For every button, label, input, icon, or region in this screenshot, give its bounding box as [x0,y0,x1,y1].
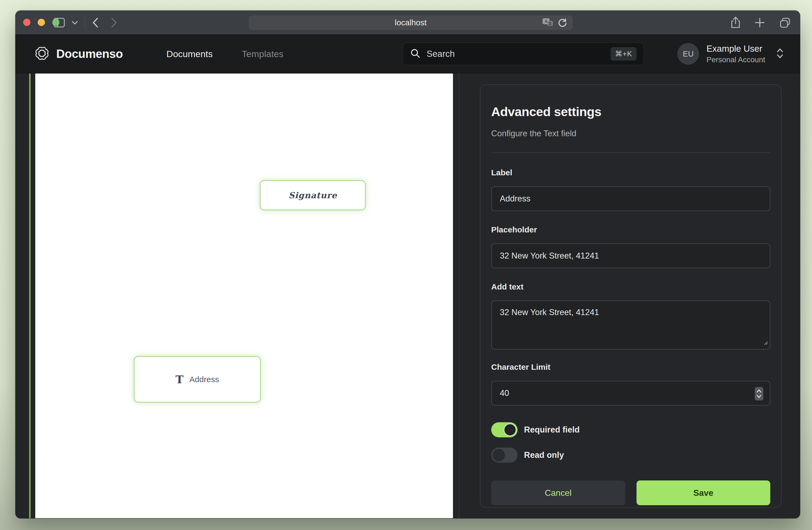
minimize-window-button[interactable] [38,19,45,26]
toggle-knob [493,449,505,461]
search-icon [410,48,421,60]
placeholder-field-label: Placeholder [491,225,770,234]
read-only-row: Read only [491,448,770,463]
required-field-toggle[interactable] [491,422,518,437]
address-bar[interactable]: localhost A 文 [249,16,572,30]
forward-button-icon[interactable] [111,17,117,28]
nav-templates[interactable]: Templates [242,49,284,59]
panel-divider [491,152,770,153]
svg-text:A: A [545,19,548,24]
share-icon[interactable] [731,17,740,29]
panel-subtitle: Configure the Text field [491,129,770,138]
nav-documents[interactable]: Documents [166,49,213,59]
chevron-up-down-icon [776,47,784,60]
svg-text:文: 文 [548,22,552,26]
search-shortcut-badge: ⌘+K [611,47,637,60]
signature-field-label: Signature [289,191,337,200]
character-limit-input[interactable] [491,381,770,406]
signature-field[interactable]: Signature [260,180,366,210]
browser-window: localhost A 文 [15,11,800,518]
text-field-label: Address [189,375,219,384]
advanced-settings-panel: Advanced settings Configure the Text fie… [480,84,782,508]
new-tab-icon[interactable] [754,17,765,28]
textarea-resize-handle[interactable] [763,340,768,346]
panel-actions: Cancel Save [491,480,770,505]
translate-icon[interactable]: A 文 [542,18,554,27]
label-input[interactable] [491,186,770,211]
toggle-knob [504,423,516,436]
content-divider [459,73,459,518]
back-button-icon[interactable] [92,17,99,28]
document-page: Signature T Address [35,73,453,518]
required-field-label: Required field [524,425,580,435]
label-field-label: Label [491,168,770,177]
brand-name: Documenso [56,47,123,60]
text-type-icon: T [175,374,184,385]
screenshot-stage: localhost A 文 [0,0,812,530]
documenso-logo-icon [34,45,50,62]
toolbar-right-icons [731,11,791,34]
main-nav: Documents Templates [166,49,284,59]
avatar: EU [678,43,699,65]
sidebar-toggle-icon[interactable] [54,18,65,27]
character-limit-field-label: Character Limit [491,362,770,372]
toolbar-left-icons [54,11,117,34]
search-placeholder: Search [426,49,611,59]
add-text-textarea[interactable]: 32 New York Street, 41241 [491,301,770,350]
cancel-button[interactable]: Cancel [491,480,625,505]
user-account-type: Personal Account [707,55,765,64]
search-input[interactable]: Search ⌘+K [403,43,644,65]
url-text: localhost [395,18,426,27]
save-button[interactable]: Save [637,480,771,505]
required-field-row: Required field [491,422,770,437]
close-window-button[interactable] [23,19,30,26]
sidebar-menu-chevron-icon[interactable] [72,21,78,25]
tab-overview-icon[interactable] [779,17,791,28]
read-only-label: Read only [524,450,564,460]
toolbar-separator [85,17,85,29]
text-field-address[interactable]: T Address [134,356,261,403]
app-header: Documenso Documents Templates Search ⌘+K… [15,34,800,73]
reload-icon[interactable] [558,18,567,27]
brand[interactable]: Documenso [34,45,123,62]
panel-title: Advanced settings [491,104,770,119]
user-name: Example User [707,44,765,54]
read-only-toggle[interactable] [491,448,518,463]
page-accent-line [29,73,31,518]
number-stepper[interactable] [755,387,763,401]
add-text-field-label: Add text [491,282,770,291]
main-content: Signature T Address Advanced settings Co… [15,73,800,518]
placeholder-input[interactable] [491,243,770,268]
user-menu[interactable]: EU Example User Personal Account [678,43,784,65]
browser-toolbar: localhost A 文 [15,11,800,34]
